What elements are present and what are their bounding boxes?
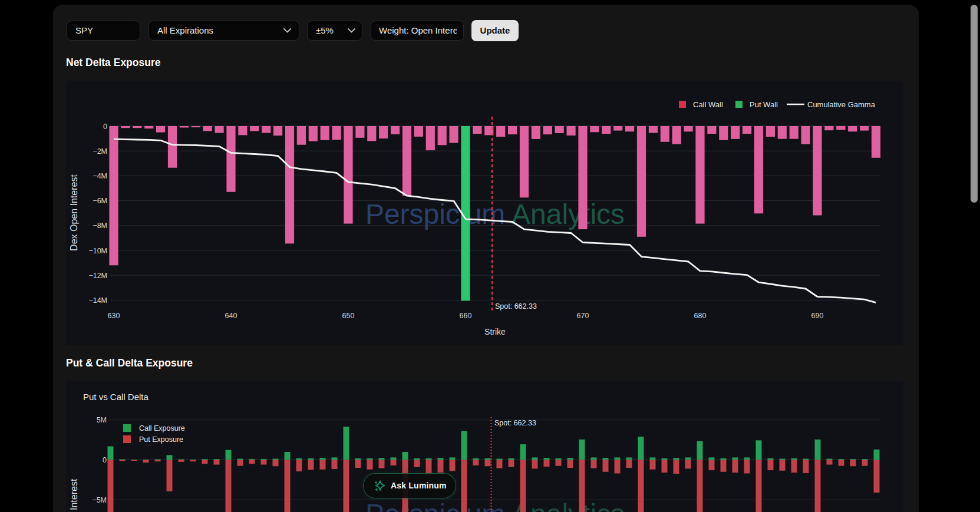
svg-text:670: 670 xyxy=(577,312,589,320)
svg-text:0: 0 xyxy=(103,456,107,464)
svg-text:0: 0 xyxy=(103,123,107,131)
svg-text:Cumulative Gamma: Cumulative Gamma xyxy=(807,100,876,109)
svg-text:Put vs Call Delta: Put vs Call Delta xyxy=(83,392,149,402)
svg-text:690: 690 xyxy=(811,312,824,320)
svg-text:−8M: −8M xyxy=(93,222,107,230)
svg-text:−6M: −6M xyxy=(93,197,107,205)
svg-text:Dex Open Interest: Dex Open Interest xyxy=(69,174,79,251)
svg-text:−2M: −2M xyxy=(93,147,107,156)
svg-text:Spot: 662.33: Spot: 662.33 xyxy=(495,302,537,310)
svg-text:−14M: −14M xyxy=(88,296,107,305)
svg-text:−12M: −12M xyxy=(88,272,107,280)
svg-text:630: 630 xyxy=(108,312,120,320)
svg-text:640: 640 xyxy=(225,312,237,320)
svg-text:−10M: −10M xyxy=(88,247,107,255)
svg-text:−4M: −4M xyxy=(93,172,107,180)
svg-text:650: 650 xyxy=(342,312,355,320)
svg-text:660: 660 xyxy=(460,312,472,320)
svg-text:Put Exposure: Put Exposure xyxy=(139,435,183,444)
svg-text:Strike: Strike xyxy=(484,327,506,336)
svg-text:5M: 5M xyxy=(97,416,107,424)
svg-text:Spot: 662.33: Spot: 662.33 xyxy=(494,419,536,427)
svg-text:Call Wall: Call Wall xyxy=(693,100,723,109)
svg-text:Put Wall: Put Wall xyxy=(750,100,778,109)
svg-text:Delta Open Interest: Delta Open Interest xyxy=(69,478,79,512)
svg-text:−5M: −5M xyxy=(92,496,107,504)
svg-text:680: 680 xyxy=(694,312,707,320)
svg-text:Call Exposure: Call Exposure xyxy=(139,424,185,432)
